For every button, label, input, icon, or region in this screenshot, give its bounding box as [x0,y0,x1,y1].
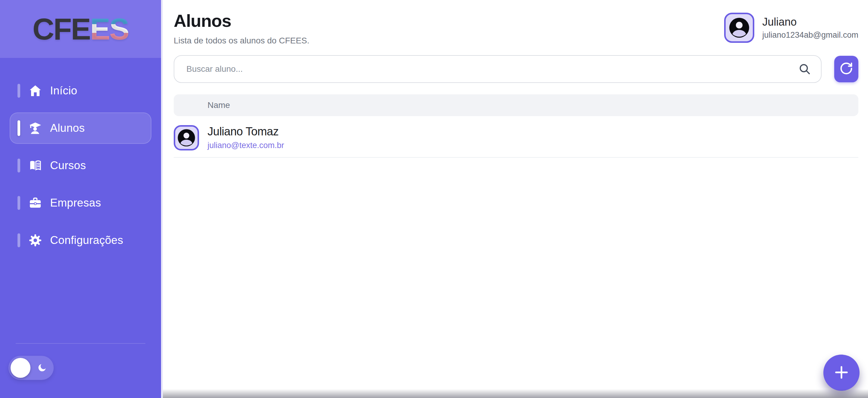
sidebar-footer [0,343,161,398]
theme-toggle[interactable] [8,356,54,380]
sidebar-item-configuracoes[interactable]: Configurações [10,225,151,256]
nav-indicator [18,233,20,247]
user-profile-chip[interactable]: Juliano juliano1234ab@gmail.com [724,13,858,43]
user-info: Juliano juliano1234ab@gmail.com [762,16,858,40]
logo-text-primary: CFE [33,12,90,46]
table-header: Name [174,94,858,116]
search-row [174,55,858,83]
sidebar: CFEES Início Alunos [0,0,163,398]
page-heading: Alunos Lista de todos os alunos do CFEES… [174,11,309,45]
sidebar-item-alunos[interactable]: Alunos [10,113,151,144]
nav-indicator [18,196,20,210]
student-avatar [174,125,199,150]
sidebar-item-label: Alunos [50,122,85,134]
sidebar-nav: Início Alunos [0,75,161,256]
nav-indicator [18,159,20,173]
sidebar-item-label: Configurações [50,234,123,247]
student-info: Juliano Tomaz juliano@texte.com.br [208,125,284,150]
page-subtitle: Lista de todos os alunos do CFEES. [174,36,309,45]
sidebar-item-label: Início [50,85,77,97]
sidebar-divider [16,343,145,344]
main-content: Alunos Lista de todos os alunos do CFEES… [163,0,868,398]
sidebar-item-cursos[interactable]: Cursos [10,150,151,181]
sidebar-item-label: Empresas [50,196,101,209]
page-title: Alunos [174,11,309,31]
theme-toggle-knob [10,358,30,378]
topbar: Alunos Lista de todos os alunos do CFEES… [174,11,858,45]
sidebar-item-inicio[interactable]: Início [10,75,151,106]
user-name: Juliano [762,16,858,28]
logo-text-accent: ES [90,12,128,46]
sidebar-item-empresas[interactable]: Empresas [10,187,151,219]
plus-icon [833,364,850,382]
book-open-icon [28,159,42,173]
nav-indicator [18,120,20,136]
sidebar-item-label: Cursos [50,159,86,172]
column-header-name: Name [208,100,230,110]
refresh-button[interactable] [834,56,858,82]
add-student-button[interactable] [824,355,860,391]
student-icon [28,121,42,135]
user-avatar [724,13,754,43]
student-name: Juliano Tomaz [208,125,284,138]
user-email: juliano1234ab@gmail.com [762,30,858,40]
person-icon [728,16,751,39]
moon-icon [37,363,47,373]
gear-icon [28,233,42,247]
briefcase-icon [28,196,42,210]
search-box [174,55,822,83]
sidebar-logo-header: CFEES [0,0,161,58]
student-email-link[interactable]: juliano@texte.com.br [208,141,284,150]
search-input[interactable] [174,55,822,83]
table-row[interactable]: Juliano Tomaz juliano@texte.com.br [174,116,858,158]
refresh-icon [839,62,853,76]
home-icon [28,84,42,98]
person-icon [177,128,196,148]
nav-indicator [18,84,20,98]
app-logo: CFEES [33,14,128,44]
